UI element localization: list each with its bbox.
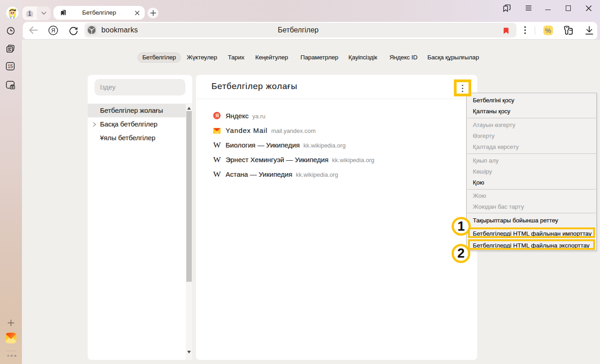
svg-text:1: 1 <box>28 11 32 17</box>
svg-text:15: 15 <box>8 63 13 69</box>
svg-text:Я: Я <box>216 113 219 118</box>
svg-text:Я: Я <box>51 27 55 34</box>
